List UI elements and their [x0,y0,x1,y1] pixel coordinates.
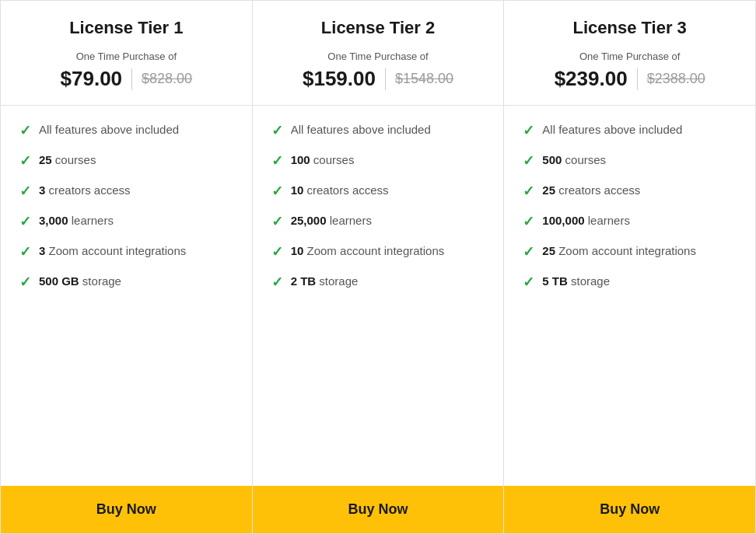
pricing-card-3: License Tier 3One Time Purchase of$239.0… [504,0,756,534]
card-header-1: License Tier 1One Time Purchase of$79.00… [1,1,252,106]
check-icon-zoom-1: ✓ [19,243,31,260]
feature-text-all-features-3: All features above included [542,121,682,138]
feature-text-learners-1: 3,000 learners [39,212,114,229]
feature-text-zoom-2: 10 Zoom account integrations [291,243,445,259]
price-current-1: $79.00 [61,67,123,91]
check-icon-all-features-2: ✓ [271,122,283,139]
check-icon-all-features-3: ✓ [523,122,534,139]
price-divider-3 [637,68,638,90]
feature-item-storage-3: ✓5 TB storage [523,273,737,291]
feature-text-creators-1: 3 creators access [39,182,131,198]
price-label-2: One Time Purchase of [268,51,488,62]
check-icon-courses-1: ✓ [19,152,31,169]
card-footer-3: Buy Now [504,486,755,533]
card-features-3: ✓All features above included✓500 courses… [504,106,755,486]
feature-text-creators-3: 25 creators access [542,182,640,198]
price-row-2: $159.00$1548.00 [268,67,488,91]
feature-text-zoom-3: 25 Zoom account integrations [542,243,696,259]
check-icon-learners-2: ✓ [271,213,283,230]
check-icon-storage-3: ✓ [523,274,534,291]
buy-button-1[interactable]: Buy Now [1,486,252,533]
check-icon-all-features-1: ✓ [19,122,31,139]
tier-title-2: License Tier 2 [268,18,488,38]
price-current-2: $159.00 [303,67,376,91]
check-icon-creators-1: ✓ [19,183,31,200]
tier-title-1: License Tier 1 [16,18,236,38]
feature-text-learners-2: 25,000 learners [291,212,372,229]
price-label-3: One Time Purchase of [520,51,740,62]
check-icon-learners-1: ✓ [19,213,31,230]
pricing-card-1: License Tier 1One Time Purchase of$79.00… [0,0,253,534]
pricing-card-2: License Tier 2One Time Purchase of$159.0… [253,0,505,534]
card-footer-1: Buy Now [1,486,252,533]
feature-text-courses-1: 25 courses [39,152,96,168]
feature-item-storage-1: ✓500 GB storage [19,273,233,291]
feature-item-creators-1: ✓3 creators access [19,182,233,200]
feature-item-learners-2: ✓25,000 learners [271,212,485,230]
feature-item-zoom-3: ✓25 Zoom account integrations [523,243,737,260]
feature-text-storage-3: 5 TB storage [542,273,610,289]
feature-item-zoom-2: ✓10 Zoom account integrations [271,243,485,260]
feature-item-courses-1: ✓25 courses [19,152,233,169]
price-original-1: $828.00 [142,71,192,87]
feature-text-zoom-1: 3 Zoom account integrations [39,243,186,259]
card-features-1: ✓All features above included✓25 courses✓… [1,106,252,486]
buy-button-3[interactable]: Buy Now [504,486,755,533]
check-icon-zoom-2: ✓ [271,243,283,260]
feature-item-storage-2: ✓2 TB storage [271,273,485,291]
price-current-3: $239.00 [555,67,628,91]
pricing-container: License Tier 1One Time Purchase of$79.00… [0,0,756,534]
feature-item-courses-3: ✓500 courses [523,152,737,169]
card-features-2: ✓All features above included✓100 courses… [253,106,504,486]
price-original-3: $2388.00 [647,71,705,87]
feature-text-courses-3: 500 courses [542,152,606,168]
price-divider-2 [385,68,386,90]
check-icon-zoom-3: ✓ [523,243,534,260]
feature-text-all-features-2: All features above included [291,121,431,138]
feature-item-learners-1: ✓3,000 learners [19,212,233,230]
feature-item-all-features-1: ✓All features above included [19,121,233,139]
price-row-3: $239.00$2388.00 [520,67,740,91]
check-icon-courses-2: ✓ [271,152,283,169]
feature-item-creators-3: ✓25 creators access [523,182,737,200]
feature-text-all-features-1: All features above included [39,121,179,138]
price-row-1: $79.00$828.00 [16,67,236,91]
feature-text-courses-2: 100 courses [291,152,355,168]
price-label-1: One Time Purchase of [16,51,236,62]
check-icon-creators-2: ✓ [271,183,283,200]
price-divider-1 [131,68,132,90]
card-header-2: License Tier 2One Time Purchase of$159.0… [253,1,504,106]
feature-text-learners-3: 100,000 learners [542,212,630,229]
card-header-3: License Tier 3One Time Purchase of$239.0… [504,1,755,106]
feature-text-creators-2: 10 creators access [291,182,389,198]
card-footer-2: Buy Now [253,486,504,533]
feature-item-learners-3: ✓100,000 learners [523,212,737,230]
feature-item-creators-2: ✓10 creators access [271,182,485,200]
check-icon-courses-3: ✓ [523,152,534,169]
check-icon-creators-3: ✓ [523,183,534,200]
buy-button-2[interactable]: Buy Now [253,486,504,533]
feature-text-storage-2: 2 TB storage [291,273,359,289]
check-icon-storage-1: ✓ [19,274,31,291]
price-original-2: $1548.00 [395,71,453,87]
tier-title-3: License Tier 3 [520,18,740,38]
feature-item-all-features-3: ✓All features above included [523,121,737,139]
feature-item-courses-2: ✓100 courses [271,152,485,169]
feature-text-storage-1: 500 GB storage [39,273,121,289]
check-icon-storage-2: ✓ [271,274,283,291]
feature-item-zoom-1: ✓3 Zoom account integrations [19,243,233,260]
feature-item-all-features-2: ✓All features above included [271,121,485,139]
check-icon-learners-3: ✓ [523,213,534,230]
